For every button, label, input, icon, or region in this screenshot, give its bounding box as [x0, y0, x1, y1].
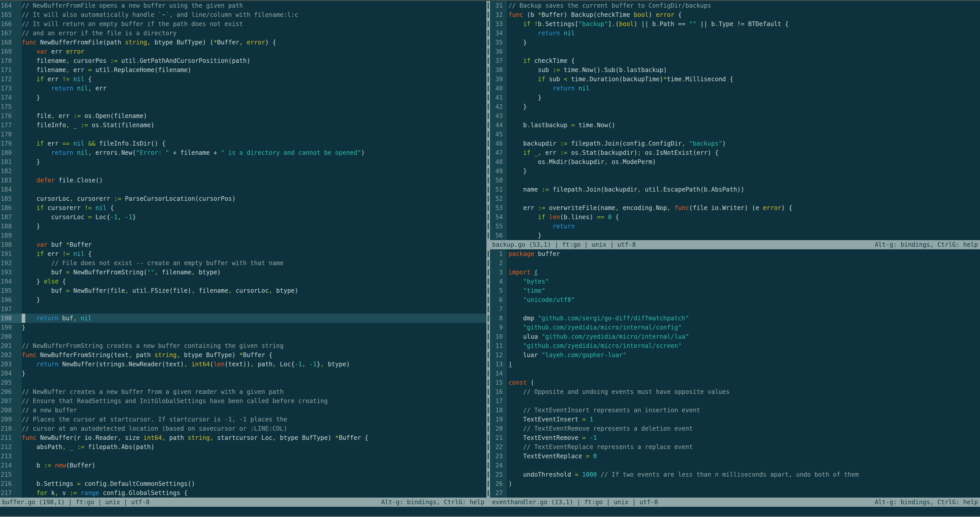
code-line[interactable]: 168func NewBufferFromFile(path string, b… [0, 38, 487, 47]
code-line[interactable]: 24 [490, 461, 980, 470]
code-line[interactable]: 41 } [490, 93, 980, 102]
code-line[interactable]: 47 if _, err := os.Stat(backupdir); os.I… [490, 148, 980, 157]
code-line[interactable]: 176 file, err := os.Open(filename) [0, 112, 487, 121]
code-line[interactable]: 201// NewBufferFromString creates a new … [0, 341, 487, 351]
code-line[interactable]: 197 [0, 305, 487, 314]
code-line[interactable]: 4 "bytes" [490, 277, 980, 286]
code-line[interactable]: 11 "github.com/zyedidia/micro/internal/s… [490, 341, 980, 351]
code-line[interactable]: 38 sub := time.Now().Sub(b.lastbackup) [490, 65, 980, 75]
code-line[interactable]: 178 [0, 130, 487, 139]
code-line[interactable]: 42 } [490, 102, 980, 112]
code-line[interactable]: 1package buffer [490, 249, 980, 258]
code-line[interactable]: 174 } [0, 93, 487, 102]
code-line[interactable]: 6 "unicode/utf8" [490, 295, 980, 305]
code-line[interactable]: 8 dmp "github.com/sergi/go-diff/diffmatc… [490, 314, 980, 323]
code-line[interactable]: 175 [0, 102, 487, 112]
code-line[interactable]: 49 } [490, 166, 980, 176]
code-line[interactable]: 216 b.Settings = config.DefaultCommonSet… [0, 479, 487, 488]
code-line[interactable]: 184 [0, 185, 487, 194]
code-line[interactable]: 22 // TextEventReplace represents a repl… [490, 442, 980, 452]
code-line[interactable]: 187 cursorLoc = Loc{-1, -1} [0, 212, 487, 222]
code-line[interactable]: 27 [490, 488, 980, 498]
code-line[interactable]: 199} [0, 323, 487, 332]
code-line[interactable]: 20 // TextEventRemove represents a delet… [490, 424, 980, 433]
code-line[interactable]: 9 "github.com/zyedidia/micro/internal/co… [490, 323, 980, 332]
code-line[interactable]: 2 [490, 258, 980, 268]
code-line[interactable]: 200 [0, 332, 487, 341]
code-line[interactable]: 10 ulua "github.com/zyedidia/micro/inter… [490, 332, 980, 341]
code-line[interactable]: 50 [490, 176, 980, 185]
code-line[interactable]: 32func (b *Buffer) Backup(checkTime bool… [490, 10, 980, 19]
code-line[interactable]: 13) [490, 360, 980, 369]
vertical-split-divider[interactable] [487, 1, 490, 507]
code-line[interactable]: 12 luar "layeh.com/gopher-luar" [490, 351, 980, 360]
editor-pane-buffer-go[interactable]: 164// NewBufferFromFile opens a new buff… [0, 1, 487, 498]
code-line[interactable]: 37 if checkTime { [490, 56, 980, 65]
code-line[interactable]: 193 buf = NewBufferFromString("", filena… [0, 268, 487, 277]
code-line[interactable]: 214 b := new(Buffer) [0, 461, 487, 470]
code-line[interactable]: 31// Backup saves the current buffer to … [490, 1, 980, 10]
code-line[interactable]: 172 if err != nil { [0, 75, 487, 84]
code-line[interactable]: 217 for k, v := range config.GlobalSetti… [0, 488, 487, 498]
code-line[interactable]: 44 b.lastbackup = time.Now() [490, 121, 980, 130]
code-line[interactable]: 208// a new buffer [0, 405, 487, 415]
code-line[interactable]: 51 name := filepath.Join(backupdir, util… [490, 185, 980, 194]
code-line[interactable]: 35 } [490, 38, 980, 47]
code-line[interactable]: 206// NewBuffer creates a new buffer fro… [0, 387, 487, 396]
code-line[interactable]: 179 if err == nil && fileInfo.IsDir() { [0, 139, 487, 148]
code-line[interactable]: 198 return buf, nil [0, 314, 487, 323]
code-line[interactable]: 182 [0, 166, 487, 176]
code-line[interactable]: 185 cursorLoc, cursorerr := ParseCursorL… [0, 194, 487, 203]
code-line[interactable]: 188 } [0, 222, 487, 231]
code-line[interactable]: 17 [490, 396, 980, 405]
code-line[interactable]: 205 [0, 378, 487, 387]
code-line[interactable]: 189 [0, 231, 487, 240]
code-line[interactable]: 18 // TextEventInsert represents an inse… [490, 405, 980, 415]
code-line[interactable]: 186 if cursorerr != nil { [0, 203, 487, 212]
code-line[interactable]: 55 return [490, 222, 980, 231]
code-line[interactable]: 21 TextEventRemove = -1 [490, 433, 980, 442]
code-line[interactable]: 39 if sub < time.Duration(backupTime)*ti… [490, 75, 980, 84]
code-line[interactable]: 180 return nil, errors.New("Error: " + f… [0, 148, 487, 157]
code-line[interactable]: 166// It will return an empty buffer if … [0, 19, 487, 29]
code-line[interactable]: 45 [490, 130, 980, 139]
code-line[interactable]: 170 filename, cursorPos := util.GetPathA… [0, 56, 487, 65]
code-line[interactable]: 52 [490, 194, 980, 203]
code-line[interactable]: 177 fileInfo, _ := os.Stat(filename) [0, 121, 487, 130]
code-line[interactable]: 209// Places the cursor at startcursor. … [0, 415, 487, 424]
code-line[interactable]: 14 [490, 369, 980, 378]
code-line[interactable]: 43 [490, 112, 980, 121]
code-line[interactable]: 190 var buf *Buffer [0, 240, 487, 249]
code-line[interactable]: 196 } [0, 295, 487, 305]
code-line[interactable]: 53 err := overwriteFile(name, encoding.N… [490, 203, 980, 212]
code-line[interactable]: 46 backupdir := filepath.Join(config.Con… [490, 139, 980, 148]
code-line[interactable]: 203 return NewBuffer(strings.NewReader(t… [0, 360, 487, 369]
code-line[interactable]: 19 TextEventInsert = 1 [490, 415, 980, 424]
code-line[interactable]: 171 filename, err = util.ReplaceHome(fil… [0, 65, 487, 75]
code-line[interactable]: 48 os.Mkdir(backupdir, os.ModePerm) [490, 157, 980, 166]
code-line[interactable]: 195 buf = NewBuffer(file, util.FSize(fil… [0, 286, 487, 295]
code-line[interactable]: 207// Ensure that ReadSettings and InitG… [0, 396, 487, 405]
code-line[interactable]: 164// NewBufferFromFile opens a new buff… [0, 1, 487, 10]
code-line[interactable]: 3import ( [490, 268, 980, 277]
code-line[interactable]: 183 defer file.Close() [0, 176, 487, 185]
code-line[interactable]: 25 undoThreshold = 1000 // If two events… [490, 470, 980, 479]
code-line[interactable]: 167// and an error if the file is a dire… [0, 29, 487, 38]
code-line[interactable]: 169 var err error [0, 47, 487, 56]
code-line[interactable]: 16 // Opposite and undoing events must h… [490, 387, 980, 396]
code-line[interactable]: 56 } [490, 231, 980, 240]
code-line[interactable]: 40 return nil [490, 84, 980, 93]
code-line[interactable]: 5 "time" [490, 286, 980, 295]
code-line[interactable]: 54 if len(b.lines) == 0 { [490, 212, 980, 222]
code-line[interactable]: 181 } [0, 157, 487, 166]
code-line[interactable]: 173 return nil, err [0, 84, 487, 93]
code-line[interactable]: 211func NewBuffer(r io.Reader, size int6… [0, 433, 487, 442]
code-line[interactable]: 26) [490, 479, 980, 488]
code-line[interactable]: 165// It will also automatically handle … [0, 10, 487, 19]
code-line[interactable]: 7 [490, 305, 980, 314]
command-bar[interactable] [0, 507, 980, 516]
code-line[interactable]: 202func NewBufferFromString(text, path s… [0, 351, 487, 360]
code-line[interactable]: 23 TextEventReplace = 0 [490, 452, 980, 461]
code-line[interactable]: 215 [0, 470, 487, 479]
code-line[interactable]: 194 } else { [0, 277, 487, 286]
